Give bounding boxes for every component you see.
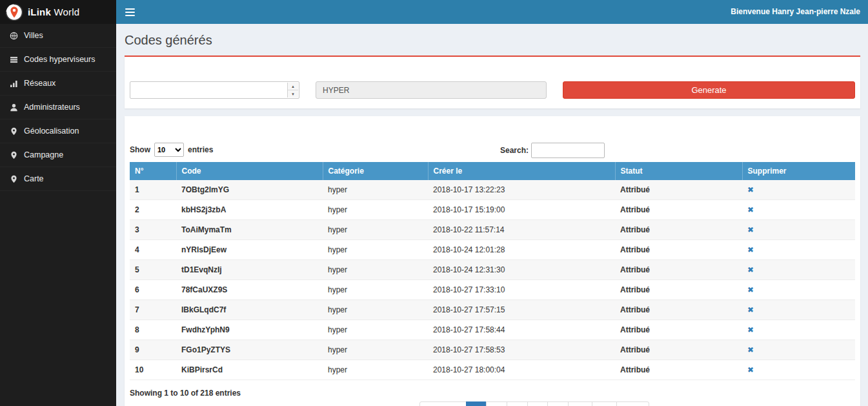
delete-icon[interactable]: ✖	[747, 205, 754, 214]
delete-icon[interactable]: ✖	[747, 305, 754, 314]
page-button-3[interactable]: 3	[507, 401, 528, 406]
search-input[interactable]	[531, 143, 605, 158]
sidebar-item-label: Carte	[24, 174, 44, 183]
cell-code: KiBPirsrCd	[176, 360, 323, 380]
table-info: Showing 1 to 10 of 218 entries	[130, 389, 855, 398]
cell-delete: ✖	[742, 340, 855, 360]
page-button-5[interactable]: 5	[547, 401, 569, 406]
table-row: 8FwdhzYphN9hyper2018-10-27 17:58:44Attri…	[130, 320, 855, 340]
search-label: Search:	[500, 146, 529, 155]
cell-category: hyper	[323, 360, 428, 380]
sidebar-item-label: Codes hyperviseurs	[24, 55, 95, 64]
delete-icon[interactable]: ✖	[747, 185, 754, 194]
sidebar-item-carte[interactable]: Carte	[0, 167, 116, 191]
sidebar-item-label: Géolocalisation	[24, 127, 79, 136]
app-logo-icon	[6, 4, 23, 21]
column-header-statut[interactable]: Statut	[615, 162, 742, 180]
column-header-n[interactable]: N°	[130, 162, 176, 180]
column-header-supprimer[interactable]: Supprimer	[742, 162, 855, 180]
sidebar-item-reseaux[interactable]: Réseaux	[0, 72, 116, 96]
page-length-control: Show 10 entries	[130, 143, 855, 157]
page-button-previous[interactable]: Previous	[419, 401, 467, 406]
page-button-: …	[568, 401, 592, 406]
globe-icon	[10, 32, 18, 40]
cell-category: hyper	[323, 200, 428, 220]
topbar: iLink World Bienvenue Hanry Jean-pierre …	[0, 0, 868, 24]
page-length-select[interactable]: 10	[154, 143, 184, 157]
table-header-row: N°CodeCatégorieCréer leStatutSupprimer	[130, 162, 855, 180]
table-row: 9FGo1PyZTYShyper2018-10-27 17:58:53Attri…	[130, 340, 855, 360]
table-row: 7IBkGLqdC7fhyper2018-10-27 17:57:15Attri…	[130, 300, 855, 320]
cell-code: kbHS2j3zbA	[176, 200, 323, 220]
show-label: Show	[130, 145, 150, 154]
cell-delete: ✖	[742, 280, 855, 300]
sidebar-item-campagne[interactable]: Campagne	[0, 143, 116, 167]
cell-status: Attribué	[615, 360, 742, 380]
table-row: 3ToAiMymaTmhyper2018-10-22 11:57:14Attri…	[130, 220, 855, 240]
delete-icon[interactable]: ✖	[747, 285, 754, 294]
page-button-2[interactable]: 2	[486, 401, 507, 406]
delete-icon[interactable]: ✖	[747, 245, 754, 254]
sidebar-item-administrateurs[interactable]: Administrateurs	[0, 96, 116, 119]
table-row: 4nYRlsDjEewhyper2018-10-24 12:01:28Attri…	[130, 240, 855, 260]
sidebar-item-geolocalisation[interactable]: Géolocalisation	[0, 119, 116, 143]
brand[interactable]: iLink World	[0, 0, 116, 24]
table-row: 10KiBPirsrCdhyper2018-10-27 18:00:04Attr…	[130, 360, 855, 380]
page-button-22[interactable]: 22	[592, 401, 617, 406]
pin-icon	[10, 175, 18, 183]
cell-delete: ✖	[742, 180, 855, 200]
cell-created: 2018-10-24 12:31:30	[428, 260, 615, 280]
column-header-creer-le[interactable]: Créer le	[428, 162, 615, 180]
spinner-down-icon[interactable]: ▼	[288, 90, 298, 97]
sidebar-item-label: Villes	[24, 31, 43, 40]
list-icon	[10, 56, 18, 64]
cell-created: 2018-10-27 17:33:10	[428, 280, 615, 300]
sidebar-item-villes[interactable]: Villes	[0, 24, 116, 48]
cell-code: ToAiMymaTm	[176, 220, 323, 240]
codes-table: N°CodeCatégorieCréer leStatutSupprimer 1…	[130, 162, 855, 380]
delete-icon[interactable]: ✖	[747, 325, 754, 334]
pin-icon	[10, 151, 18, 159]
spinner-up-icon[interactable]: ▲	[288, 83, 298, 90]
sidebar-item-codes-hyperviseurs[interactable]: Codes hyperviseurs	[0, 48, 116, 72]
page-button-4[interactable]: 4	[527, 401, 549, 406]
main-content: Codes générés ▲ ▼ Generate Show 10 entri…	[116, 24, 868, 406]
cell-category: hyper	[323, 280, 428, 300]
entries-label: entries	[188, 145, 213, 154]
cell-status: Attribué	[615, 200, 742, 220]
quantity-stepper: ▲ ▼	[130, 81, 299, 99]
cell-category: hyper	[323, 180, 428, 200]
column-header-code[interactable]: Code	[176, 162, 323, 180]
generate-button[interactable]: Generate	[563, 81, 855, 99]
delete-icon[interactable]: ✖	[747, 345, 754, 354]
sidebar-toggle-button[interactable]	[120, 0, 139, 24]
page-button-next[interactable]: Next	[616, 401, 649, 406]
delete-icon[interactable]: ✖	[747, 365, 754, 374]
welcome-text: Bienvenue Hanry Jean-pierre Nzale	[731, 0, 860, 24]
cell-num: 8	[130, 320, 176, 340]
cell-created: 2018-10-17 15:19:00	[428, 200, 615, 220]
cell-status: Attribué	[615, 220, 742, 240]
cell-delete: ✖	[742, 240, 855, 260]
cell-code: IBkGLqdC7f	[176, 300, 323, 320]
cell-delete: ✖	[742, 360, 855, 380]
page-button-1[interactable]: 1	[466, 401, 487, 406]
cell-num: 10	[130, 360, 176, 380]
delete-icon[interactable]: ✖	[747, 225, 754, 234]
quantity-input[interactable]	[130, 82, 299, 98]
table-row: 5tD1EvqNzIjhyper2018-10-24 12:31:30Attri…	[130, 260, 855, 280]
cell-status: Attribué	[615, 260, 742, 280]
table-controls: Show 10 entries Search:	[130, 143, 855, 158]
cell-created: 2018-10-17 13:22:23	[428, 180, 615, 200]
cell-num: 4	[130, 240, 176, 260]
sidebar-item-label: Administrateurs	[24, 103, 80, 112]
cell-status: Attribué	[615, 320, 742, 340]
table-row: 2kbHS2j3zbAhyper2018-10-17 15:19:00Attri…	[130, 200, 855, 220]
cell-num: 6	[130, 280, 176, 300]
column-header-categorie[interactable]: Catégorie	[323, 162, 428, 180]
signal-icon	[10, 79, 18, 88]
table-row: 17OBtg2lmYGhyper2018-10-17 13:22:23Attri…	[130, 180, 855, 200]
delete-icon[interactable]: ✖	[747, 265, 754, 274]
category-field[interactable]	[316, 81, 547, 99]
spinner-buttons[interactable]: ▲ ▼	[287, 83, 298, 97]
